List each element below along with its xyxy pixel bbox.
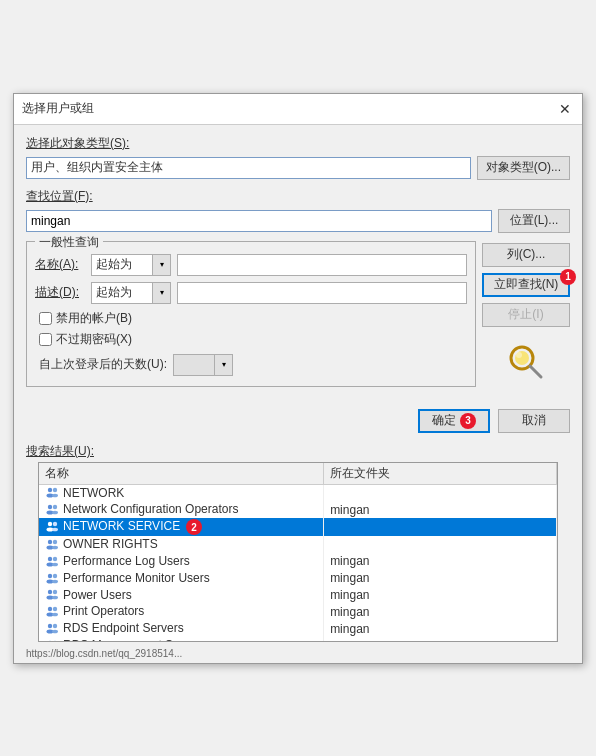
desc-combo-arrow[interactable]: ▾ [152, 283, 170, 303]
name-combo-text: 起始为 [92, 256, 152, 273]
cell-name: RDS Endpoint Servers [39, 620, 324, 637]
cell-folder: mingan [324, 637, 557, 641]
table-row[interactable]: Print Operatorsmingan [39, 603, 557, 620]
close-button[interactable]: ✕ [556, 100, 574, 118]
table-row[interactable]: NETWORK SERVICE2 [39, 518, 557, 536]
results-table-inner: 名称 所在文件夹 NETWORKNetwork Configuration Op… [39, 463, 557, 642]
cell-name: NETWORK SERVICE2 [39, 518, 324, 536]
name-text: NETWORK [63, 486, 124, 500]
table-row[interactable]: RDS Management Serversmingan [39, 637, 557, 641]
name-text: Print Operators [63, 604, 144, 618]
table-row[interactable]: Performance Monitor Usersmingan [39, 570, 557, 587]
cell-folder [324, 484, 557, 501]
svg-point-12 [48, 522, 52, 526]
object-type-input[interactable] [26, 157, 471, 179]
bottom-buttons-row: 确定 3 取消 [14, 403, 582, 439]
cell-folder: mingan [324, 620, 557, 637]
desc-label: 描述(D): [35, 284, 85, 301]
svg-point-10 [53, 505, 57, 509]
desc-combo[interactable]: 起始为 ▾ [91, 282, 171, 304]
list-button[interactable]: 列(C)... [482, 243, 570, 267]
group-icon [45, 502, 59, 516]
svg-point-6 [53, 488, 57, 492]
cell-name: Print Operators [39, 603, 324, 620]
svg-line-2 [530, 366, 541, 377]
groupbox-title: 一般性查询 [35, 234, 103, 251]
svg-point-38 [53, 624, 57, 628]
name-combo[interactable]: 起始为 ▾ [91, 254, 171, 276]
location-input[interactable] [26, 210, 492, 232]
svg-point-42 [53, 641, 57, 642]
desc-text-input[interactable] [177, 282, 467, 304]
location-row: 位置(L)... [26, 209, 570, 233]
ok-badge: 3 [460, 413, 476, 429]
name-text-input[interactable] [177, 254, 467, 276]
ok-button[interactable]: 确定 3 [418, 409, 490, 433]
cell-name: Performance Log Users [39, 553, 324, 570]
table-row[interactable]: Performance Log Usersmingan [39, 553, 557, 570]
group-icon [45, 554, 59, 568]
table-row[interactable]: Power Usersmingan [39, 587, 557, 604]
search-icon-area [482, 341, 570, 383]
location-label: 查找位置(F): [26, 188, 570, 205]
general-query-groupbox: 一般性查询 名称(A): 起始为 ▾ 描述(D): [26, 241, 476, 387]
svg-point-8 [48, 505, 52, 509]
results-tbody: NETWORKNetwork Configuration Operatorsmi… [39, 484, 557, 642]
group-icon [45, 638, 59, 641]
svg-point-7 [52, 494, 58, 498]
last-login-combo[interactable]: ▾ [173, 354, 233, 376]
last-login-row: 自上次登录后的天数(U): ▾ [39, 354, 467, 376]
disabled-account-row: 禁用的帐户(B) [39, 310, 467, 327]
table-row[interactable]: OWNER RIGHTS [39, 536, 557, 553]
cell-name: Network Configuration Operators [39, 501, 324, 518]
name-label: 名称(A): [35, 256, 85, 273]
search-badge: 1 [560, 269, 576, 285]
name-combo-arrow[interactable]: ▾ [152, 255, 170, 275]
name-text: NETWORK SERVICE [63, 519, 180, 533]
svg-point-15 [52, 528, 58, 532]
last-login-arrow[interactable]: ▾ [214, 355, 232, 375]
svg-point-18 [53, 540, 57, 544]
svg-point-39 [52, 630, 58, 634]
svg-point-11 [52, 511, 58, 515]
svg-point-34 [53, 607, 57, 611]
name-text: RDS Endpoint Servers [63, 621, 184, 635]
cell-folder: mingan [324, 570, 557, 587]
cell-folder [324, 518, 557, 536]
table-row[interactable]: RDS Endpoint Serversmingan [39, 620, 557, 637]
group-icon [45, 571, 59, 585]
location-button[interactable]: 位置(L)... [498, 209, 570, 233]
search-results-label: 搜索结果(U): [14, 439, 582, 462]
no-expire-pwd-row: 不过期密码(X) [39, 331, 467, 348]
group-icon [45, 604, 59, 618]
svg-point-36 [48, 624, 52, 628]
table-row[interactable]: NETWORK [39, 484, 557, 501]
cell-folder: mingan [324, 501, 557, 518]
right-buttons-panel: 列(C)... 立即查找(N) 1 停止(I) [482, 241, 570, 383]
last-login-label: 自上次登录后的天数(U): [39, 356, 167, 373]
svg-point-35 [52, 613, 58, 617]
results-table[interactable]: 名称 所在文件夹 NETWORKNetwork Configuration Op… [38, 462, 558, 642]
group-icon [45, 537, 59, 551]
svg-point-3 [516, 352, 522, 358]
svg-point-4 [48, 488, 52, 492]
disabled-account-checkbox[interactable] [39, 312, 52, 325]
object-type-button[interactable]: 对象类型(O)... [477, 156, 570, 180]
desc-combo-text: 起始为 [92, 284, 152, 301]
disabled-account-label: 禁用的帐户(B) [56, 310, 132, 327]
svg-point-26 [53, 573, 57, 577]
no-expire-pwd-checkbox[interactable] [39, 333, 52, 346]
search-magnifier-icon [505, 341, 547, 383]
cell-folder: mingan [324, 553, 557, 570]
cell-name: NETWORK [39, 484, 324, 501]
name-text: OWNER RIGHTS [63, 537, 158, 551]
row-badge: 2 [186, 519, 202, 535]
cell-folder: mingan [324, 587, 557, 604]
cancel-button[interactable]: 取消 [498, 409, 570, 433]
svg-point-31 [52, 596, 58, 600]
url-bar: https://blog.csdn.net/qq_2918514... [14, 646, 582, 663]
results-container: 名称 所在文件夹 NETWORKNetwork Configuration Op… [26, 462, 570, 642]
table-row[interactable]: Network Configuration Operatorsmingan [39, 501, 557, 518]
stop-button[interactable]: 停止(I) [482, 303, 570, 327]
search-now-button[interactable]: 立即查找(N) 1 [482, 273, 570, 297]
